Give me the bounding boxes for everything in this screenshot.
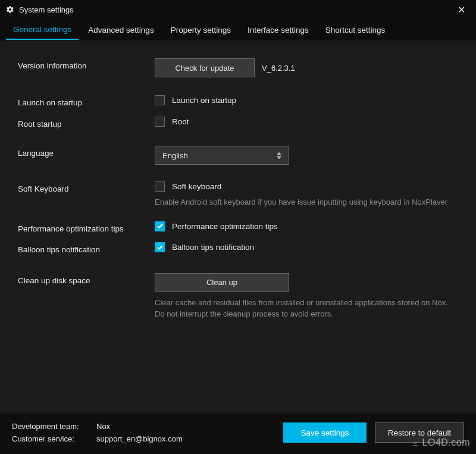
tab-advanced-settings[interactable]: Advanced settings — [81, 21, 161, 39]
dev-team-label: Development team: — [12, 422, 89, 431]
footer: Development team: Nox Customer service: … — [0, 414, 476, 454]
language-select[interactable]: English — [155, 146, 289, 165]
label-perf-tips: Performance optimization tips — [18, 221, 155, 234]
row-soft-keyboard: Soft Keyboard Soft keyboard Enable Andro… — [18, 181, 458, 208]
check-label-perf-tips: Performance optimization tips — [172, 222, 278, 231]
content-area: Version information Check for update V_6… — [0, 40, 476, 414]
row-cleanup: Clean up disk space Clean up Clear cache… — [18, 273, 458, 320]
label-cleanup: Clean up disk space — [18, 273, 155, 286]
hint-cleanup: Clear cache and residual files from inst… — [155, 297, 452, 320]
checkbox-root[interactable] — [155, 117, 165, 127]
check-update-button[interactable]: Check for update — [155, 58, 255, 77]
check-label-soft-keyboard: Soft keyboard — [172, 182, 221, 191]
customer-service-value: support_en@bignox.com — [96, 434, 183, 443]
checkbox-balloon[interactable] — [155, 242, 165, 252]
row-perf-tips: Performance optimization tips Performanc… — [18, 221, 458, 234]
label-soft-keyboard: Soft Keyboard — [18, 181, 155, 195]
customer-service-label: Customer service: — [12, 434, 89, 443]
label-launch: Launch on startup — [18, 95, 155, 108]
hint-soft-keyboard: Enable Android soft keyboard if you have… — [155, 196, 452, 208]
save-settings-button[interactable]: Save settings — [283, 422, 367, 443]
label-balloon: Balloon tips notification — [18, 242, 155, 255]
chevron-updown-icon — [277, 152, 281, 159]
dev-team-value: Nox — [96, 422, 110, 431]
check-label-launch: Launch on startup — [172, 96, 236, 105]
titlebar: System settings ✕ — [0, 0, 476, 19]
svg-marker-1 — [277, 156, 281, 159]
row-balloon: Balloon tips notification Balloon tips n… — [18, 242, 458, 255]
check-label-balloon: Balloon tips notification — [172, 243, 254, 252]
checkbox-perf-tips[interactable] — [155, 221, 165, 231]
checkbox-soft-keyboard[interactable] — [155, 181, 165, 192]
tab-interface-settings[interactable]: Interface settings — [240, 21, 316, 39]
row-language: Language English — [18, 146, 458, 165]
tab-property-settings[interactable]: Property settings — [164, 21, 238, 39]
tab-general-settings[interactable]: General settings — [6, 20, 79, 40]
footer-info: Development team: Nox Customer service: … — [12, 422, 283, 443]
version-text: V_6.2.3.1 — [262, 64, 295, 73]
label-version: Version information — [18, 58, 155, 71]
tab-shortcut-settings[interactable]: Shortcut settings — [318, 21, 393, 39]
svg-marker-0 — [277, 152, 281, 155]
row-launch: Launch on startup Launch on startup — [18, 95, 458, 108]
row-version: Version information Check for update V_6… — [18, 58, 458, 77]
language-value: English — [162, 151, 188, 160]
close-button[interactable]: ✕ — [453, 2, 470, 18]
label-language: Language — [18, 146, 155, 159]
cleanup-button[interactable]: Clean up — [155, 273, 289, 292]
window-title: System settings — [19, 5, 453, 14]
tabs: General settings Advanced settings Prope… — [0, 19, 476, 40]
settings-window: System settings ✕ General settings Advan… — [0, 0, 476, 454]
label-root: Root startup — [18, 117, 155, 130]
check-label-root: Root — [172, 117, 189, 126]
row-root: Root startup Root — [18, 117, 458, 130]
checkbox-launch[interactable] — [155, 95, 165, 105]
restore-default-button[interactable]: Restore to default — [375, 422, 464, 443]
gear-icon — [6, 5, 14, 14]
